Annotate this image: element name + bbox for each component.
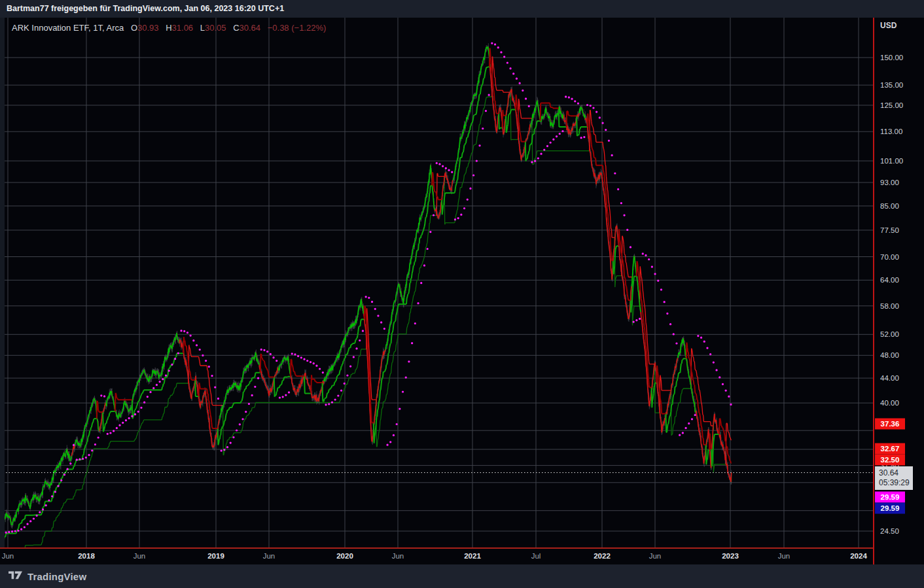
symbol-legend[interactable]: ARK Innovation ETF, 1T, Arca O30.93 H31.…	[12, 23, 326, 33]
currency-label: USD	[880, 21, 897, 30]
close-label: C	[233, 23, 239, 33]
legend-symbol-title[interactable]: ARK Innovation ETF, 1T, Arca	[12, 23, 124, 33]
low-value: 30.05	[205, 23, 226, 33]
price-tick-label: 58.00	[880, 302, 899, 310]
price-tick-label: 125.00	[880, 101, 903, 109]
time-tick-label: Jun	[133, 552, 146, 560]
price-tick-label: 52.00	[880, 330, 899, 338]
high-label: H	[166, 23, 171, 33]
bottom-toolbar: TradingView	[0, 564, 924, 588]
time-tick-label: 2020	[336, 552, 353, 560]
time-tick-label: Jun	[778, 552, 791, 560]
high-value: 31.06	[172, 23, 194, 33]
time-tick-label: 2022	[594, 552, 611, 560]
open-value: 30.93	[137, 23, 159, 33]
price-tick-label: 150.00	[880, 54, 903, 61]
share-attribution-bar: Bartman77 freigegeben für TradingView.co…	[0, 0, 924, 18]
price-level-badge: 29.59	[875, 492, 905, 503]
price-tick-label: 48.00	[880, 351, 899, 359]
price-tick-label: 70.00	[880, 253, 899, 261]
price-tick-label: 77.50	[880, 226, 899, 234]
price-level-badge: 37.36	[875, 419, 905, 430]
price-tick-label: 93.00	[880, 179, 899, 186]
price-tick-label: 85.00	[880, 202, 899, 210]
tradingview-window: Bartman77 freigegeben für TradingView.co…	[0, 0, 924, 588]
time-tick-label: Jun	[392, 552, 404, 560]
tradingview-brand-label[interactable]: TradingView	[27, 571, 86, 582]
tradingview-logo-icon[interactable]	[9, 570, 22, 583]
open-label: O	[131, 23, 137, 33]
time-tick-label: Jun	[263, 552, 275, 560]
time-scale[interactable]: Jun2018Jun2019Jun2020Jun2021Jul2022Jun20…	[0, 547, 924, 564]
change-value: −0.38 (−1.22%)	[268, 23, 327, 33]
last-price-value: 30.64	[879, 468, 913, 478]
low-label: L	[200, 23, 205, 33]
price-tick-label: 24.50	[880, 527, 899, 535]
time-tick-label: Jul	[531, 552, 541, 560]
price-tick-label: 64.00	[880, 276, 899, 284]
price-tick-label: 113.00	[880, 128, 902, 135]
time-tick-label: Jun	[2, 552, 14, 560]
price-tick-label: 40.00	[880, 399, 899, 407]
time-tick-label: 2021	[464, 552, 481, 560]
price-chart-canvas[interactable]	[0, 18, 873, 547]
price-scale[interactable]: USD 150.00135.00125.00113.00101.0093.008…	[873, 18, 924, 564]
close-value: 30.64	[240, 23, 261, 33]
time-tick-label: 2023	[722, 552, 739, 560]
price-tick-label: 135.00	[880, 81, 903, 89]
time-tick-label: Jun	[649, 552, 662, 560]
attribution-text: Bartman77 freigegeben für TradingView.co…	[7, 4, 284, 13]
pane-left-edge	[0, 18, 5, 564]
time-tick-label: 2019	[207, 552, 224, 560]
time-tick-label: 2018	[78, 552, 95, 560]
price-level-badge: 32.50	[875, 455, 905, 466]
price-tick-label: 44.00	[880, 374, 899, 382]
time-tick-label: 2024	[850, 552, 867, 560]
price-tick-label: 101.00	[880, 157, 903, 165]
price-level-badge: 29.59	[875, 503, 905, 514]
price-level-badge: 32.67	[875, 443, 905, 455]
last-price-countdown-badge[interactable]: 30.6405:39:29	[875, 466, 913, 490]
bar-countdown-timer: 05:39:29	[879, 478, 913, 488]
